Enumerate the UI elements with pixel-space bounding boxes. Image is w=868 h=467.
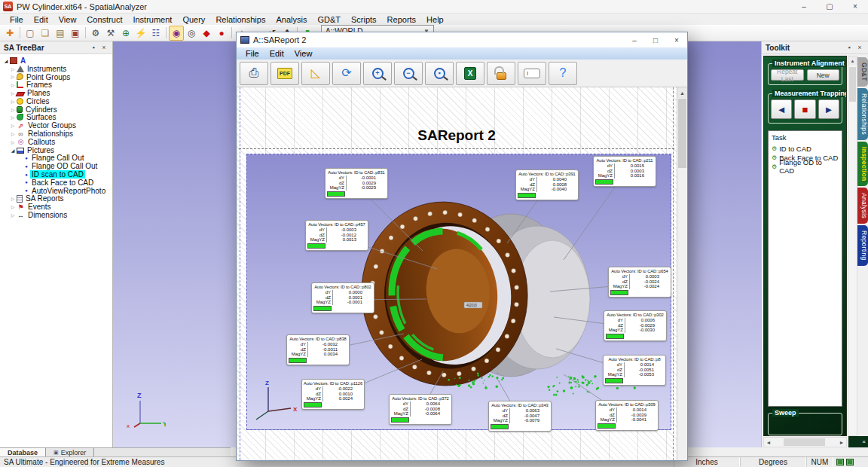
tree-item-planes[interactable]: ▷Planes [2,89,112,97]
tree-item-pictures[interactable]: ◢Pictures [2,146,112,154]
scroll-up-icon[interactable]: ▲ [848,56,857,66]
wrench-icon[interactable]: ⚒ [103,26,118,41]
view-wheel-icon[interactable]: ◉ [169,26,184,41]
new-button[interactable]: New [807,69,840,81]
menu-item-analysis[interactable]: Analysis [270,15,312,24]
next-measurement-button[interactable]: ► [818,99,839,119]
tree-item-back-face-to-cad[interactable]: ●Back Face to CAD [2,179,112,187]
toolkit-tab-relationships[interactable]: Relationships [857,88,868,140]
scroll-right-icon[interactable]: ► [837,440,846,445]
tree-item-frames[interactable]: ▷Frames [2,81,112,89]
toolkit-horizontal-scrollbar[interactable]: ◄ ► [763,437,847,447]
close-button[interactable]: × [842,0,868,13]
toolkit-tab-reporting[interactable]: Reporting [857,225,868,266]
vector-callout-p302[interactable]: Auto Vectors: ID to CAD::p302dY0.0006dZ-… [604,310,667,341]
menu-item-query[interactable]: Query [177,15,210,24]
restore-button[interactable]: ▢ [817,0,842,13]
vector-callout-p654[interactable]: Auto Vectors: ID to CAD::p654dY0.0003dZ-… [608,267,671,298]
expander-icon[interactable]: ▷ [9,114,17,120]
expander-icon[interactable]: ▷ [9,204,17,209]
tree-item-cylinders[interactable]: ▷Cylinders [2,105,112,114]
save-file-icon[interactable]: ▣ [68,26,83,41]
add-instrument-icon[interactable]: ⊕ [118,26,133,41]
export-excel-icon[interactable]: X [456,62,484,85]
tree-view-icon[interactable]: ☷ [148,26,164,41]
vector-callout-p802[interactable]: Auto Vectors: ID to CAD::p802dY0.0000dZ0… [311,282,374,313]
tree-item-instruments[interactable]: ▷Instruments [2,65,112,73]
zoom-in-icon[interactable]: + [363,62,392,85]
menu-item-edit[interactable]: Edit [29,15,53,24]
vector-callout-p391[interactable]: Auto Vectors: ID to CAD::p391dY0.0040dZ0… [515,169,579,200]
expander-icon[interactable]: ◢ [9,148,17,153]
vector-callout-p457[interactable]: Auto Vectors: ID to CAD::p457dY-0.0003dZ… [305,220,368,251]
tree-item-dimensions[interactable]: ▷↔Dimensions [2,211,112,219]
vector-callout-p211[interactable]: Auto Vectors: ID to CAD::p211dY0.0015dZ0… [593,156,656,187]
tree-item-relationships[interactable]: ▷∞Relationships [2,130,112,138]
report-menu-item-file[interactable]: File [240,49,264,58]
vector-callout-p343[interactable]: Auto Vectors: ID to CAD::p343dY0.0063dZ-… [488,401,552,432]
toolkit-tab-gd-t[interactable]: GD&T [857,57,868,87]
sareport-titlebar[interactable]: A::SAReport 2 –□× [237,32,687,47]
report-page[interactable]: SAReport 2 [237,87,687,460]
open-file-icon[interactable]: ❏ [38,26,53,41]
expander-icon[interactable]: ▷ [9,139,17,145]
report-menu-item-edit[interactable]: Edit [264,49,289,58]
toolkit-tab-inspection[interactable]: Inspection [857,142,868,187]
report-menu-item-view[interactable]: View [289,49,318,58]
menu-item-instrument[interactable]: Instrument [127,15,177,24]
toolkit-vertical-scrollbar[interactable]: ▲ [848,56,857,436]
stop-measurement-button[interactable]: ■ [794,99,815,119]
tree-item-flange-call-out[interactable]: ●Flange Call Out [2,154,112,163]
restore-button[interactable]: □ [645,32,666,47]
close-icon[interactable]: × [855,44,864,51]
minimize-button[interactable]: – [791,0,817,13]
tree-item-events[interactable]: ▷⚑Events [2,203,112,211]
menu-item-gd-t[interactable]: GD&T [312,15,346,24]
expander-icon[interactable]: ▷ [9,212,17,218]
help-icon[interactable]: ? [549,62,577,85]
menu-item-relationships[interactable]: Relationships [210,15,270,24]
instrument-wheel-icon[interactable]: ◎ [184,26,199,41]
pin-icon[interactable]: ▪ [89,44,98,51]
tree-item-circles[interactable]: ▷Circles [2,97,112,105]
menu-item-reports[interactable]: Reports [382,15,422,24]
new-file-icon[interactable]: ▢ [23,26,38,41]
report-3d-image[interactable]: 4|20|3 Z X Auto Vectors: ID to CAD::p831… [246,154,671,430]
tree-item-point-groups[interactable]: ▷Point Groups [2,73,112,81]
vector-callout-p831[interactable]: Auto Vectors: ID to CAD::p831dY-0.0001dZ… [325,168,388,199]
tree-item-callouts[interactable]: ▷◎Callouts [2,138,112,146]
import-file-icon[interactable]: ▤ [53,26,68,41]
doc-tab-explorer[interactable]: ▣Explorer [46,448,94,456]
print-icon[interactable]: ⎙ [240,62,268,85]
vector-callout-p8[interactable]: Auto Vectors: ID to CAD::p8dY0.0014dZ-0.… [603,355,666,386]
zoom-out-icon[interactable]: − [394,62,423,85]
vector-callout-p309[interactable]: Auto Vectors: ID to CAD::p309dY0.0014dZ-… [595,400,659,431]
minimize-button[interactable]: – [624,32,645,47]
repeat-last-button[interactable]: Repeat Last [771,69,804,81]
menu-item-scripts[interactable]: Scripts [346,15,382,24]
sa-compass-icon[interactable]: ✚ [2,26,17,41]
export-pdf-icon[interactable]: PDF [270,62,299,85]
toolkit-tab-analysis[interactable]: Analysis [857,188,868,224]
pin-icon[interactable]: ▪ [845,44,854,51]
expander-icon[interactable]: ◢ [2,58,10,63]
expander-icon[interactable]: ▷ [9,107,17,112]
tree-root[interactable]: ◢A [2,56,112,65]
vector-callout-p372[interactable]: Auto Vectors: ID to CAD::p372dY0.0064dZ-… [389,394,452,425]
menu-item-file[interactable]: File [5,15,29,24]
angle-units-indicator[interactable]: Degrees [740,457,806,467]
menu-item-construct[interactable]: Construct [81,15,127,24]
zoom-region-icon[interactable]: ▪ [425,62,454,85]
tree-item-flange-od-call-out[interactable]: ●Flange OD Call Out [2,162,112,170]
close-button[interactable]: × [666,32,687,47]
ruler-icon[interactable]: ◺ [301,62,330,85]
expander-icon[interactable]: ▷ [9,99,17,104]
vector-callout-p838[interactable]: Auto Vectors: ID to CAD::p838dY-0.0032dZ… [286,334,350,365]
tree-item-vector-groups[interactable]: ▷⇗Vector Groups [2,121,112,130]
menu-item-help[interactable]: Help [421,15,449,24]
task-item-flange-od-to-cad[interactable]: ⚙Flange OD to CAD [772,162,839,171]
doc-tab-database[interactable]: Database [0,448,46,456]
expander-icon[interactable]: ▷ [9,66,17,72]
tree-item-surfaces[interactable]: ▷Surfaces [2,114,112,122]
settings-gear-icon[interactable]: ⚙ [88,26,103,41]
